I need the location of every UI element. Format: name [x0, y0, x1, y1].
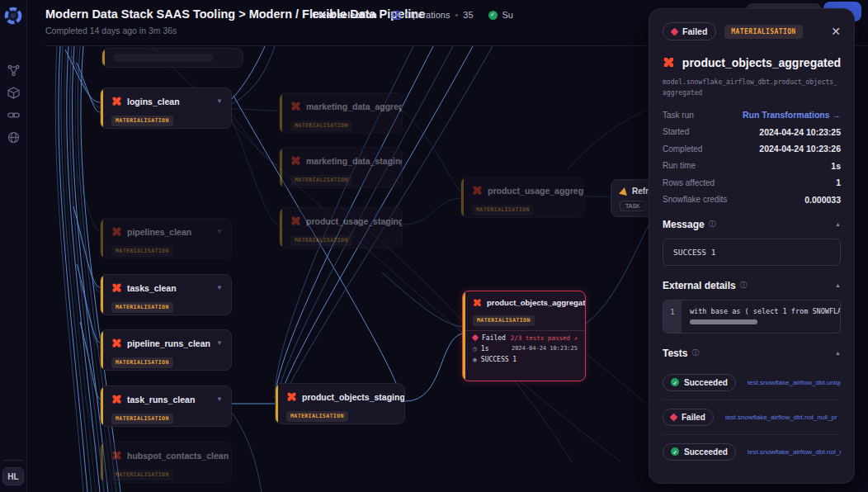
success-check-icon: ✓	[671, 447, 679, 456]
run-status-subtitle: Completed 14 days ago in 3m 36s	[45, 26, 177, 35]
test-status-badge: ✓ Succeeded	[663, 374, 736, 391]
chevron-down-icon[interactable]: ▼	[216, 395, 223, 403]
collapse-icon[interactable]: ▲	[835, 221, 841, 227]
tests-heading: Tests	[663, 348, 687, 359]
dbt-icon	[286, 391, 297, 402]
chevron-down-icon[interactable]: ▼	[216, 228, 223, 235]
globe-icon[interactable]	[7, 131, 20, 144]
graph-node-pipeline-runs-clean[interactable]: pipeline_runs_clean ▼ MATERIALISATION	[100, 329, 232, 371]
model-path: model.snowflake_airflow_dbt.product_obje…	[663, 77, 841, 98]
close-icon[interactable]: ✕	[831, 25, 841, 38]
link-icon[interactable]	[7, 109, 20, 121]
dbt-icon	[290, 215, 301, 226]
chevron-down-icon[interactable]: ▼	[216, 284, 223, 291]
test-row: Failed test.snowflake_airflow_dbt.not_nu…	[663, 400, 841, 434]
sidebar: HL	[0, 0, 27, 492]
dbt-icon	[290, 155, 301, 166]
clear-selection-button[interactable]: Clear selection	[312, 10, 376, 20]
dbt-icon	[111, 450, 122, 461]
test-row: ✓ Succeeded test.snowflake_airflow_dbt.u…	[663, 366, 841, 400]
operations-grid-icon	[392, 11, 401, 20]
info-icon[interactable]: ⓘ	[709, 219, 716, 229]
test-status-badge: Failed	[663, 409, 714, 426]
dbt-icon	[111, 96, 122, 106]
info-icon[interactable]: ⓘ	[740, 280, 748, 291]
collapse-icon[interactable]: ▲	[835, 282, 841, 288]
test-link[interactable]: test.snowflake_airflow_dbt.unique_pro	[748, 379, 841, 386]
code-line: with base as ( select 1 from SNOWFLAKE	[690, 307, 840, 315]
dbt-icon	[111, 394, 122, 404]
horizontal-scrollbar[interactable]	[690, 319, 757, 324]
test-link[interactable]: test.snowflake_airflow_dbt.not_null_pr	[725, 414, 841, 421]
operations-counter: Operations • 35	[392, 10, 474, 20]
chevron-down-icon[interactable]: ▼	[216, 97, 223, 105]
info-icon[interactable]: ⓘ	[691, 348, 699, 358]
dbt-icon	[290, 101, 301, 111]
graph-node-marketing-data-staging[interactable]: marketing_data_staging ▼ MATERIALISATION	[279, 147, 403, 188]
panel-title: product_objects_aggregated	[682, 56, 841, 69]
graph-node-partial[interactable]	[101, 48, 243, 68]
graph-node-pipelines-clean[interactable]: pipelines_clean ▼ MATERIALISATION	[100, 218, 232, 259]
graph-node-product-objects-staging[interactable]: product_objects_staging ▼ MATERIALISATIO…	[275, 383, 405, 424]
failed-diamond-icon	[472, 334, 479, 341]
graph-node-hubspot-contacts-clean[interactable]: hubspot_contacts_clean ▼ MATERIALISATION	[100, 442, 232, 483]
graph-node-product-usage-aggregated[interactable]: product_usage_aggregated ▼ MATERIALISATI…	[460, 177, 584, 218]
clock-icon: ◷	[473, 345, 477, 352]
task-run-details: Task run Run Transformations → Started 2…	[663, 110, 841, 205]
test-row: ✓ Succeeded test.snowflake_airflow_dbt.n…	[663, 434, 841, 469]
user-avatar[interactable]: HL	[2, 467, 24, 485]
message-heading: Message	[663, 219, 705, 230]
tests-list: ✓ Succeeded test.snowflake_airflow_dbt.u…	[663, 366, 841, 469]
success-check-icon: ✓	[488, 11, 498, 20]
sidebar-divider	[2, 460, 24, 461]
task-icon	[619, 187, 629, 196]
success-check-icon: ✓	[671, 378, 679, 386]
external-details-box: 1 with base as ( select 1 from SNOWFLAKE	[663, 300, 841, 334]
failed-diamond-icon	[671, 27, 679, 35]
dbt-icon	[663, 54, 675, 70]
failed-diamond-icon	[670, 413, 678, 421]
test-status-badge: ✓ Succeeded	[663, 443, 736, 461]
chevron-down-icon[interactable]: ▼	[216, 339, 223, 347]
cube-icon[interactable]	[7, 87, 20, 99]
app-logo[interactable]	[4, 7, 22, 25]
run-transformations-link[interactable]: Run Transformations →	[743, 110, 841, 120]
type-badge: MATERIALISATION	[724, 25, 802, 39]
pipeline-network-icon[interactable]	[7, 64, 20, 77]
dbt-icon	[111, 226, 122, 237]
graph-node-product-usage-staging[interactable]: product_usage_staging ▼ MATERIALISATION	[279, 207, 403, 248]
external-details-heading: External details	[663, 280, 736, 291]
collapse-icon[interactable]: ▲	[835, 350, 841, 356]
status-circle-icon: ◉	[473, 356, 477, 363]
succeeded-counter: ✓ Su	[488, 10, 513, 20]
message-box: SUCCESS 1	[663, 239, 841, 266]
status-badge: Failed	[663, 22, 716, 40]
details-panel: Failed MATERIALISATION ✕ product_objects…	[649, 8, 855, 484]
dbt-icon	[472, 185, 483, 196]
graph-node-marketing-data-aggregated[interactable]: marketing_data_aggregated ▼ MATERIALISAT…	[279, 92, 403, 134]
graph-node-tasks-clean[interactable]: tasks_clean ▼ MATERIALISATION	[100, 274, 232, 315]
dbt-icon	[111, 338, 122, 348]
dbt-icon	[473, 298, 482, 307]
tests-summary-link[interactable]: 2/3 tests passed ↗	[511, 334, 578, 342]
graph-node-logins-clean[interactable]: logins_clean ▼ MATERIALISATION	[100, 88, 232, 129]
dbt-icon	[111, 282, 122, 293]
line-number: 1	[663, 300, 682, 333]
test-link[interactable]: test.snowflake_airflow_dbt.not_null_pr	[748, 448, 841, 456]
graph-node-product-objects-aggregated-selected[interactable]: product_objects_aggregated ▲ MATERIALISA…	[462, 291, 586, 381]
graph-node-task-runs-clean[interactable]: task_runs_clean ▼ MATERIALISATION	[100, 386, 232, 427]
